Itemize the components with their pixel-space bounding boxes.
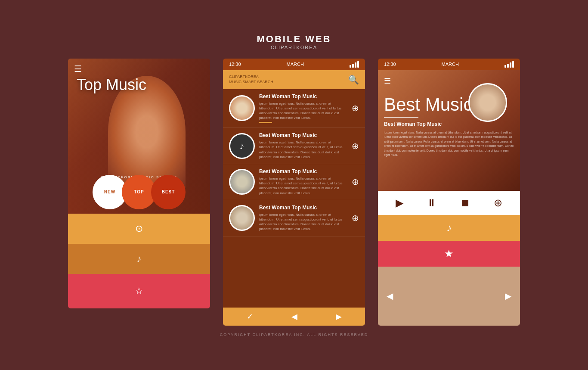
star-icon: ☆ (135, 286, 143, 297)
music-note-icon: ♪ (446, 222, 452, 234)
hamburger-icon-3[interactable]: ☰ (384, 76, 391, 86)
btn-best[interactable]: BEST (151, 175, 186, 209)
bar3 (355, 62, 356, 68)
phone3-month: MARCH (442, 62, 459, 67)
item2-content: Best Woman Top Music ipsum lorem eget ri… (259, 132, 347, 159)
list-item[interactable]: Best Woman Top Music ipsum lorem eget ri… (223, 164, 365, 200)
prev-icon-3[interactable]: ◀ (387, 291, 393, 301)
avatar-3 (229, 169, 255, 195)
phone3: 12:30 MARCH ☰ Best Music Best Woman Top … (378, 59, 520, 326)
page-title: MOBILE WEB (257, 34, 331, 45)
phone1: ☰ Top Music CLIPARTKOREA MUSIC SERVICE N… (68, 59, 210, 308)
item3-desc: ipsum lorem eget risus. Nulla cursus at … (259, 176, 347, 196)
avatar-4 (229, 205, 255, 231)
bar4 (512, 61, 514, 68)
bar2 (507, 64, 509, 68)
phone3-controls: ▶ ⏸ ⏹ ⊕ (378, 191, 520, 215)
phone3-statusbar: 12:30 MARCH (378, 59, 520, 70)
phone3-fav-section[interactable]: ★ (378, 241, 520, 267)
phone3-hero: ☰ Best Music Best Woman Top Music ipsum … (378, 70, 520, 191)
prev-icon[interactable]: ◀ (291, 312, 297, 321)
item3-content: Best Woman Top Music ipsum lorem eget ri… (259, 168, 347, 196)
item4-content: Best Woman Top Music ipsum lorem eget ri… (259, 205, 347, 232)
check-icon[interactable]: ✓ (247, 312, 253, 321)
signal-bars (350, 61, 359, 68)
phone1-music-section[interactable]: ♪ (68, 244, 210, 274)
bar1 (350, 65, 351, 68)
add-btn-1[interactable]: ⊕ (352, 103, 359, 113)
hamburger-icon[interactable]: ☰ (74, 65, 82, 73)
phone1-hero: ☰ Top Music CLIPARTKOREA MUSIC SERVICE N… (68, 59, 210, 214)
item4-title: Best Woman Top Music (259, 205, 347, 211)
phone2-time: 12:30 (229, 62, 241, 67)
item1-title: Best Woman Top Music (259, 93, 347, 99)
pause-button[interactable]: ⏸ (427, 197, 437, 209)
phone2-month: MARCH (287, 62, 304, 67)
play-button[interactable]: ▶ (396, 197, 403, 209)
add-btn-2[interactable]: ⊕ (352, 141, 359, 151)
phones-container: ☰ Top Music CLIPARTKOREA MUSIC SERVICE N… (68, 59, 520, 326)
item2-title: Best Woman Top Music (259, 132, 347, 138)
add-btn-3[interactable]: ⊕ (352, 177, 359, 187)
item3-title: Best Woman Top Music (259, 168, 347, 174)
music-icon: ♪ (137, 253, 142, 264)
search-line2: MUSIC SMART SEARCH (229, 80, 273, 85)
phone2-searchbar[interactable]: CLIPARTKOREA MUSIC SMART SEARCH 🔍 (223, 70, 365, 89)
phone3-music-section[interactable]: ♪ (378, 215, 520, 241)
avatar-1 (229, 95, 255, 121)
copyright: COPYRIGHT CLIPARTKOREA INC. ALL RIGHTS R… (220, 333, 368, 337)
phone3-subtitle: Best Woman Top Music (384, 121, 442, 127)
add-btn-4[interactable]: ⊕ (352, 213, 359, 223)
search-icon[interactable]: 🔍 (348, 75, 359, 85)
bar1 (504, 65, 506, 68)
phone1-title: Top Music (77, 76, 146, 94)
avatar-2: ♪ (229, 133, 255, 159)
bar2 (352, 64, 354, 68)
star-fav-icon: ★ (444, 248, 454, 260)
signal-bars-3 (504, 61, 514, 68)
phone1-player-section[interactable]: ⊙ (68, 214, 210, 244)
list-item[interactable]: Best Woman Top Music ipsum lorem eget ri… (223, 89, 365, 128)
phone3-avatar (468, 83, 507, 122)
phone1-bottom: ⊙ ♪ ☆ (68, 214, 210, 308)
item1-content: Best Woman Top Music ipsum lorem eget ri… (259, 93, 347, 124)
play-icon: ⊙ (135, 223, 143, 234)
phone3-time: 12:30 (384, 62, 396, 67)
phone2-statusbar: 12:30 MARCH (223, 59, 365, 70)
list-item[interactable]: Best Woman Top Music ipsum lorem eget ri… (223, 200, 365, 236)
bar4 (357, 61, 359, 68)
item1-bar (259, 122, 272, 123)
stop-button[interactable]: ⏹ (460, 197, 470, 209)
list-item[interactable]: ♪ Best Woman Top Music ipsum lorem eget … (223, 128, 365, 164)
page-subtitle: CLIPARTKOREA (257, 45, 331, 50)
phone1-fav-section[interactable]: ☆ (68, 274, 210, 308)
search-line1: CLIPARTKOREA (229, 75, 273, 80)
phone2: 12:30 MARCH CLIPARTKOREA MUSIC SMART SEA… (223, 59, 365, 326)
phone3-main-title: Best Music (384, 94, 472, 115)
search-text: CLIPARTKOREA MUSIC SMART SEARCH (229, 75, 273, 84)
page-header: MOBILE WEB CLIPARTKOREA (257, 34, 331, 50)
next-icon-3[interactable]: ▶ (505, 291, 511, 301)
item1-desc: ipsum lorem eget risus. Nulla cursus at … (259, 101, 347, 121)
phone2-list: Best Woman Top Music ipsum lorem eget ri… (223, 89, 365, 308)
bar3 (510, 62, 511, 68)
phone2-navbar: ✓ ◀ ▶ (223, 308, 365, 326)
phone3-desc: ipsum lorem eget risus. Nulla cursus at … (384, 131, 514, 158)
item2-desc: ipsum lorem eget risus. Nulla cursus at … (259, 140, 347, 159)
phone1-circles: NEW TOP BEST (93, 175, 186, 209)
phone3-navbar: ◀ ▶ (378, 267, 520, 326)
add-button[interactable]: ⊕ (494, 197, 502, 209)
next-icon[interactable]: ▶ (336, 312, 342, 321)
item4-desc: ipsum lorem eget risus. Nulla cursus at … (259, 212, 347, 232)
phone3-divider (384, 117, 418, 118)
